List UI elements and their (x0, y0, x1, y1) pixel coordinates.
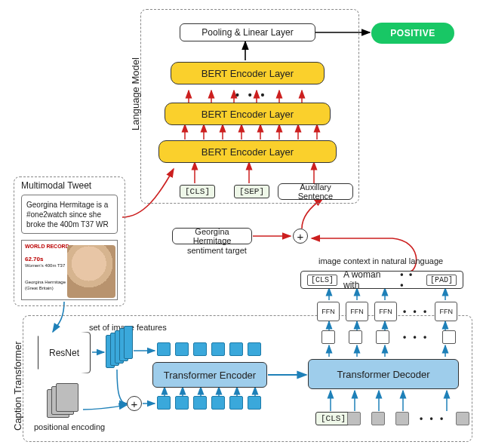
sentiment-target-label: sentiment target (187, 246, 247, 255)
caption-cls: [CLS] (307, 275, 337, 286)
multimodal-label: Multimodal Tweet (21, 180, 91, 191)
tweet-img-time: 62.70s (25, 256, 43, 262)
dec-in-dots: • • • (420, 413, 445, 424)
bert-layer-3: BERT Encoder Layer (171, 62, 325, 84)
dec-top-dots: • • • (403, 332, 429, 342)
bert-layer-1: BERT Encoder Layer (158, 140, 337, 163)
decoder-top-tokens: • • • (321, 330, 456, 344)
image-context-label: image context in natural language (318, 256, 443, 265)
tweet-img-banner: WORLD RECORD (25, 244, 69, 249)
tweet-img-country: (Great Britain) (25, 286, 54, 290)
ffn-3: FFN (374, 302, 397, 321)
output-positive: POSITIVE (371, 23, 454, 44)
ffn-1: FFN (317, 302, 340, 321)
encoder-bottom-tokens (157, 396, 261, 410)
tweet-face-silhouette (67, 245, 115, 298)
tweet-image: WORLD RECORD 62.70s Women's 400m T37 Geo… (21, 240, 118, 300)
tweet-img-event: Women's 400m T37 (25, 263, 65, 268)
caption-dots: • • • (400, 269, 420, 290)
decoder-cls: [CLS] (315, 412, 351, 425)
caption-transformer-label: Caption Transformer (12, 338, 23, 434)
aux-sentence-box: Auxillary Sentence (278, 183, 353, 200)
pooling-linear-box: Pooling & Linear Layer (180, 23, 315, 41)
ffn-n: FFN (435, 302, 457, 321)
ffn-row: FFN FFN FFN • • • FFN (317, 302, 457, 321)
ffn-2: FFN (346, 302, 368, 321)
transformer-encoder: Transformer Encoder (152, 362, 267, 388)
caption-sequence-box: [CLS] A woman with • • • [PAD] (300, 271, 463, 289)
caption-text: A woman with (343, 269, 394, 290)
sentiment-target-box: Georgina Hermitage (172, 228, 252, 244)
ffn-dots: • • • (403, 306, 429, 317)
transformer-decoder: Transformer Decoder (308, 359, 459, 389)
pos-enc-label: positional encoding (34, 422, 105, 431)
language-model-label: Language Model (130, 45, 141, 143)
decoder-input-tokens: • • • (347, 412, 469, 425)
plus-aux: + (293, 229, 308, 244)
resnet-block: ResNet (38, 332, 91, 373)
encoder-top-tokens (157, 342, 261, 356)
plus-pos-enc: + (127, 396, 142, 411)
bert-dots: • • • (235, 89, 267, 101)
caption-pad: [PAD] (426, 275, 457, 286)
cls-token: [CLS] (180, 185, 215, 198)
sep-token: [SEP] (234, 185, 269, 198)
tweet-img-name: Georgina Hermitage (25, 280, 66, 284)
tweet-text: Georgina Hermitage is a #one2watch since… (21, 195, 118, 234)
bert-layer-2: BERT Encoder Layer (165, 103, 331, 125)
